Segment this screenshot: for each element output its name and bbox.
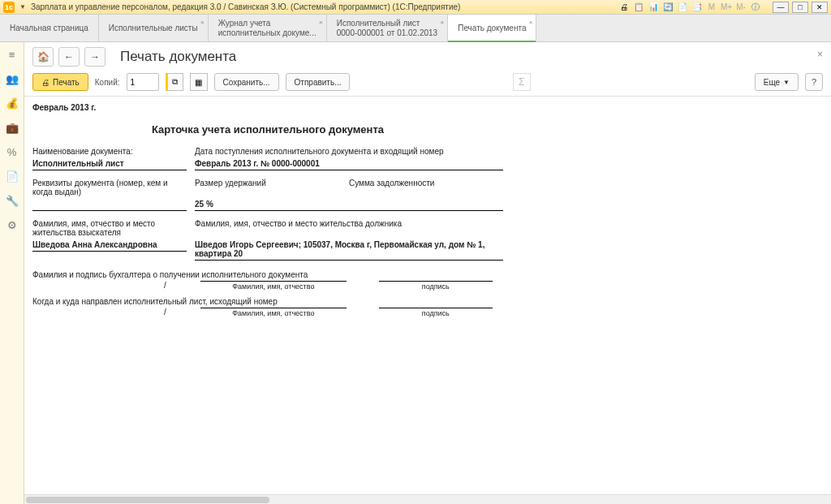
m-icon-2[interactable]: M+ xyxy=(721,2,732,13)
field5-value: Шведова Анна Александровна xyxy=(32,240,187,252)
header-row: 🏠 ← → Печать документа × xyxy=(24,42,831,70)
home-button[interactable]: 🏠 xyxy=(32,47,54,67)
sidebar-money-icon[interactable]: 💰 xyxy=(5,96,19,110)
doc-row-2v: 25 % xyxy=(32,200,503,216)
forward-button[interactable]: → xyxy=(84,47,105,67)
toolbar-icon-3[interactable]: 📊 xyxy=(648,2,659,13)
maximize-button[interactable]: □ xyxy=(792,2,808,13)
spacer-icon xyxy=(764,2,769,13)
doc-row-3v: Шведова Анна Александровна Шведов Игорь … xyxy=(32,240,503,265)
field6-value: Шведов Игорь Сергеевич; 105037, Москва г… xyxy=(195,240,503,261)
save-button[interactable]: Сохранить... xyxy=(214,73,279,91)
more-button[interactable]: Еще ▼ xyxy=(755,73,799,91)
tab-writs[interactable]: Исполнительные листы × xyxy=(99,15,209,41)
sig1-label: Фамилия и подпись бухгалтера о получении… xyxy=(32,270,503,279)
app-icon: 1c xyxy=(3,2,15,13)
titlebar-dropdown-icon[interactable]: ▼ xyxy=(19,3,26,11)
doc-row-2: Реквизиты документа (номер, кем и когда … xyxy=(32,179,503,196)
tab-print[interactable]: Печать документа × xyxy=(448,15,536,41)
titlebar-right-icons: 🖨 📋 📊 🔄 📄 📑 M M+ M- ⓘ — □ ✕ xyxy=(618,2,828,13)
sidebar-doc-icon[interactable]: 📄 xyxy=(5,169,19,183)
sig-sign: подпись xyxy=(379,308,493,317)
copies-input[interactable] xyxy=(127,73,159,91)
doc-row-1: Наименование документа: Дата поступления… xyxy=(32,147,503,156)
tab-close-icon[interactable]: × xyxy=(441,18,445,28)
m-icon-3[interactable]: M- xyxy=(735,2,747,13)
doc-row-1v: Исполнительный лист Февраль 2013 г. № 00… xyxy=(32,159,503,175)
tab-label2: 0000-000001 от 01.02.2013 xyxy=(337,28,437,38)
sig2-line: / Фамилия, имя, отчество подпись xyxy=(162,308,503,317)
toolbar-icon-1[interactable]: 🖨 xyxy=(618,2,630,13)
document: Февраль 2013 г. Карточка учета исполните… xyxy=(32,103,503,317)
sig-fio: Фамилия, имя, отчество xyxy=(200,281,347,291)
tab-label: Журнал учета xyxy=(218,19,316,28)
tab-label: Печать документа xyxy=(458,24,526,33)
horizontal-scrollbar[interactable] xyxy=(24,494,831,504)
tab-label: Начальная страница xyxy=(10,24,88,33)
doc-heading: Карточка учета исполнительного документа xyxy=(32,123,503,136)
toolbar-icon-2[interactable]: 📋 xyxy=(633,2,644,13)
toolbar-icon-6[interactable]: 📑 xyxy=(691,2,703,13)
sidebar-people-icon[interactable]: 👥 xyxy=(5,71,19,86)
sidebar-wrench-icon[interactable]: 🔧 xyxy=(5,193,19,208)
sidebar-gear-icon[interactable]: ⚙ xyxy=(5,218,19,232)
tab-home[interactable]: Начальная страница xyxy=(0,15,99,41)
doc-period: Февраль 2013 г. xyxy=(32,103,503,112)
help-button[interactable]: ? xyxy=(805,73,823,91)
tab-bar: Начальная страница Исполнительные листы … xyxy=(0,15,831,42)
field1-label: Наименование документа: xyxy=(32,147,195,156)
sigma-button[interactable]: Σ xyxy=(513,73,531,91)
info-icon[interactable]: ⓘ xyxy=(750,2,761,13)
window-titlebar: 1c ▼ Зарплата и управление персоналом, р… xyxy=(0,0,831,15)
tab-writ-doc[interactable]: Исполнительный лист 0000-000001 от 01.02… xyxy=(327,15,448,41)
field3-value xyxy=(32,200,187,211)
field6-label: Фамилия, имя, отчество и место жительств… xyxy=(195,219,503,237)
field3-label: Реквизиты документа (номер, кем и когда … xyxy=(32,179,195,196)
tab-label: Исполнительный лист xyxy=(337,19,437,28)
field4a-label: Размер удержаний xyxy=(195,179,349,196)
document-area[interactable]: Февраль 2013 г. Карточка учета исполните… xyxy=(24,97,831,494)
field4b-label: Сумма задолженности xyxy=(349,179,503,196)
sidebar-percent-icon[interactable]: % xyxy=(5,144,19,159)
field4a-value: 25 % xyxy=(195,200,503,211)
tab-close-icon[interactable]: × xyxy=(319,18,323,28)
window-title: Зарплата и управление персоналом, редакц… xyxy=(31,2,618,11)
m-icon-1[interactable]: M xyxy=(706,2,717,13)
print-label: Печать xyxy=(53,78,80,87)
sig-fio: Фамилия, имя, отчество xyxy=(200,308,347,317)
slash: / xyxy=(162,281,168,291)
content-area: 🏠 ← → Печать документа × 🖨 Печать Копий:… xyxy=(24,42,831,504)
minimize-button[interactable]: — xyxy=(773,2,789,13)
send-button[interactable]: Отправить... xyxy=(286,73,351,91)
tab-close-icon[interactable]: × xyxy=(529,18,533,28)
scrollbar-thumb[interactable] xyxy=(26,497,269,503)
sidebar-menu-icon[interactable]: ≡ xyxy=(5,47,19,62)
print-button[interactable]: 🖨 Печать xyxy=(32,73,88,91)
tab-label: Исполнительные листы xyxy=(109,24,198,33)
close-window-button[interactable]: ✕ xyxy=(812,2,828,13)
page-close-icon[interactable]: × xyxy=(817,49,823,60)
tab-close-icon[interactable]: × xyxy=(200,18,205,28)
slash: / xyxy=(162,308,168,317)
tab-journal[interactable]: Журнал учета исполнительных докуме... × xyxy=(209,15,327,41)
toolbar-icon-5[interactable]: 📄 xyxy=(677,2,688,13)
sidebar: ≡ 👥 💰 💼 % 📄 🔧 ⚙ xyxy=(0,42,24,504)
field2-label: Дата поступления исполнительного докумен… xyxy=(195,147,503,156)
field5-label: Фамилия, имя, отчество и место жительств… xyxy=(32,219,195,237)
chevron-down-icon: ▼ xyxy=(783,79,790,86)
toolbar: 🖨 Печать Копий: ⧉ ▦ Сохранить... Отправи… xyxy=(24,70,831,97)
field1-value: Исполнительный лист xyxy=(32,159,187,170)
sidebar-case-icon[interactable]: 💼 xyxy=(5,120,19,135)
copies-up-button[interactable]: ⧉ xyxy=(166,73,183,91)
copies-label: Копий: xyxy=(95,78,120,87)
doc-row-3: Фамилия, имя, отчество и место жительств… xyxy=(32,219,503,237)
toolbar-icon-4[interactable]: 🔄 xyxy=(662,2,674,13)
back-button[interactable]: ← xyxy=(58,47,80,67)
sig-sign: подпись xyxy=(379,281,493,291)
send-label: Отправить... xyxy=(295,78,342,87)
sig2-label: Когда и куда направлен исполнительный ли… xyxy=(32,297,503,306)
page-title: Печать документа xyxy=(120,49,236,65)
more-label: Еще xyxy=(764,78,780,87)
tab-label2: исполнительных докуме... xyxy=(218,28,316,38)
copies-template-button[interactable]: ▦ xyxy=(190,73,208,91)
